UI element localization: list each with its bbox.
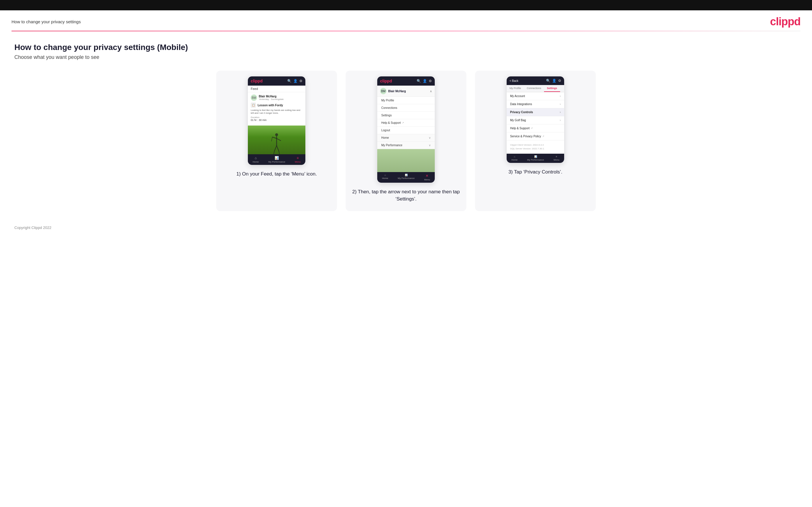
performance-icon-2: 📊 — [405, 174, 408, 176]
list-help-support: Help & Support ↗ — [507, 124, 564, 132]
mockup-3: < Back 🔍 👤 ⚙ My Profile Connections Sett… — [507, 76, 564, 163]
mockup2-bottom-nav: ⌂ Home 📊 My Performance ✕ Menu — [377, 172, 435, 183]
menu-icon: ≡ — [297, 156, 299, 160]
user-icon-3: 👤 — [552, 79, 556, 83]
external-link-icon: ↗ — [402, 121, 404, 124]
version-info: Clippd Client Version: 2022.8.3-3 GQL Se… — [507, 140, 564, 154]
menu-logout: Logout — [377, 127, 435, 134]
mockup1-usermeta: Yesterday · Sunningdale — [259, 98, 284, 101]
clippd-logo: clippd — [770, 15, 801, 28]
tab-connections[interactable]: Connections — [524, 85, 544, 92]
section-home: Home ∨ — [377, 134, 435, 142]
version-line2: GQL Server Version: 2022.7.30-1 — [510, 147, 561, 151]
nav-performance-label: My Performance — [268, 161, 285, 163]
golf-image — [248, 125, 305, 154]
golf-bg-overlay — [377, 149, 435, 172]
step-1-card: clippd 🔍 👤 ⚙ Feed BM Blair McHarg — [216, 71, 337, 211]
mockup1-bottom-nav: ⌂ Home 📊 My Performance ≡ Menu — [248, 154, 305, 165]
mockup2-header: clippd 🔍 👤 ⚙ — [377, 76, 435, 86]
m3-nav-performance: 📊 My Performance — [527, 155, 544, 161]
nav-menu-label: Menu — [295, 161, 301, 163]
back-button: < Back — [509, 79, 518, 82]
mockup2-dropdown: BM Blair McHarg ∧ My Profile Connections… — [377, 86, 435, 149]
m3-nav-menu-label: Menu — [554, 159, 559, 161]
nav-menu: ≡ Menu — [295, 156, 301, 163]
breadcrumb: How to change your privacy settings — [11, 19, 81, 24]
step-3-caption: 3) Tap ‘Privacy Controls’. — [508, 169, 562, 176]
mockup1-user-row: BM Blair McHarg Yesterday · Sunningdale — [251, 95, 303, 101]
performance-icon: 📊 — [274, 156, 279, 160]
mockup2-user-row: BM Blair McHarg ∧ — [377, 86, 435, 97]
ext-link-icon-privacy: ↗ — [542, 135, 544, 137]
mockup-2: clippd 🔍 👤 ⚙ BM Blair McHarg ∧ — [377, 76, 435, 183]
section-home-label: Home — [381, 136, 389, 139]
menu-connections: Connections — [377, 104, 435, 112]
chevron-right-icon-2: › — [560, 103, 561, 106]
menu-my-profile: My Profile — [377, 97, 435, 104]
steps-row: clippd 🔍 👤 ⚙ Feed BM Blair McHarg — [14, 71, 798, 211]
search-icon-2: 🔍 — [417, 79, 421, 83]
home-icon: ⌂ — [255, 156, 257, 160]
search-icon: 🔍 — [287, 79, 292, 83]
mockup1-icons: 🔍 👤 ⚙ — [287, 79, 303, 83]
m2-nav-home-label: Home — [382, 177, 388, 179]
chevron-up-icon: ∧ — [430, 90, 432, 93]
settings-icon-3: ⚙ — [558, 79, 561, 83]
nav-performance: 📊 My Performance — [268, 156, 285, 163]
help-support-row: Help & Support ↗ — [510, 127, 533, 130]
service-privacy-row: Service & Privacy Policy ↗ — [510, 135, 544, 138]
mockup3-header: < Back 🔍 👤 ⚙ — [507, 76, 564, 85]
close-icon: ✕ — [425, 174, 428, 178]
duration-val: 01 hr : 30 min — [251, 119, 303, 121]
mockup1-username: Blair McHarg — [259, 95, 284, 98]
m2-nav-performance: 📊 My Performance — [398, 174, 415, 181]
tab-settings[interactable]: Settings — [544, 85, 560, 92]
mockup2-username: Blair McHarg — [388, 90, 406, 93]
list-data-integrations: Data Integrations › — [507, 100, 564, 108]
svg-line-4 — [276, 138, 281, 141]
mockup3-list: My Account › Data Integrations › Privacy… — [507, 92, 564, 140]
svg-line-6 — [276, 146, 279, 151]
section-performance: My Performance ∨ — [377, 142, 435, 149]
home-icon-3: ⌂ — [514, 155, 515, 158]
list-service-privacy: Service & Privacy Policy ↗ — [507, 132, 564, 140]
m3-nav-home: ⌂ Home — [511, 155, 517, 161]
nav-home: ⌂ Home — [253, 156, 259, 163]
section-performance-label: My Performance — [381, 144, 402, 147]
svg-line-5 — [274, 146, 276, 151]
mockup1-header: clippd 🔍 👤 ⚙ — [248, 76, 305, 86]
lesson-row: 📋 Lesson with Fordy — [251, 103, 303, 108]
m3-nav-menu: ≡ Menu — [554, 155, 559, 161]
mockup1-avatar: BM — [251, 95, 257, 101]
feed-label: Feed — [248, 86, 305, 92]
mockup3-icons: 🔍 👤 ⚙ — [546, 79, 561, 83]
user-icon-2: 👤 — [423, 79, 427, 83]
privacy-controls-label: Privacy Controls — [510, 111, 533, 114]
list-privacy-controls: Privacy Controls › — [507, 108, 564, 116]
mockup2-icons: 🔍 👤 ⚙ — [417, 79, 432, 83]
chevron-down-icon: ∨ — [429, 136, 431, 139]
menu-help-support: Help & Support ↗ — [377, 119, 435, 127]
m2-nav-menu-label: Menu — [424, 178, 430, 181]
help-support-label: Help & Support — [510, 127, 529, 130]
chevron-right-icon-3: › — [560, 111, 561, 114]
user-icon: 👤 — [293, 79, 298, 83]
step-1-caption: 1) On your Feed, tap the ‘Menu’ icon. — [236, 171, 317, 178]
svg-point-0 — [275, 133, 278, 136]
list-my-account: My Account › — [507, 92, 564, 100]
nav-home-label: Home — [253, 161, 259, 163]
my-golf-bag-label: My Golf Bag — [510, 119, 526, 122]
mockup-1: clippd 🔍 👤 ⚙ Feed BM Blair McHarg — [248, 76, 305, 165]
m3-nav-home-label: Home — [511, 159, 517, 161]
mockup2-avatar: BM — [380, 88, 387, 94]
version-line1: Clippd Client Version: 2022.8.3-3 — [510, 143, 561, 147]
settings-icon: ⚙ — [299, 79, 303, 83]
mockup1-post: BM Blair McHarg Yesterday · Sunningdale … — [248, 92, 305, 125]
chevron-right-icon: › — [560, 95, 561, 98]
mockup3-bottom-nav: ⌂ Home 📊 My Performance ≡ Menu — [507, 154, 564, 163]
my-account-label: My Account — [510, 95, 525, 98]
svg-line-2 — [272, 137, 276, 138]
tab-my-profile[interactable]: My Profile — [507, 85, 524, 92]
list-my-golf-bag: My Golf Bag › — [507, 116, 564, 124]
svg-line-8 — [279, 151, 280, 154]
